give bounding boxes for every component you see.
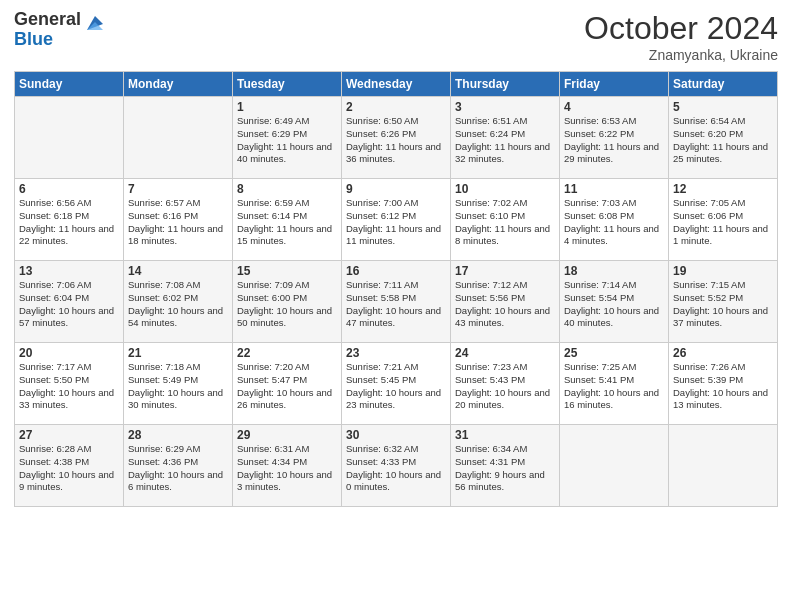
location-subtitle: Znamyanka, Ukraine [584,47,778,63]
week-row-3: 13Sunrise: 7:06 AM Sunset: 6:04 PM Dayli… [15,261,778,343]
calendar-cell: 8Sunrise: 6:59 AM Sunset: 6:14 PM Daylig… [233,179,342,261]
calendar-cell: 24Sunrise: 7:23 AM Sunset: 5:43 PM Dayli… [451,343,560,425]
day-number: 30 [346,428,446,442]
day-info: Sunrise: 7:18 AM Sunset: 5:49 PM Dayligh… [128,361,226,410]
day-info: Sunrise: 6:34 AM Sunset: 4:31 PM Dayligh… [455,443,547,492]
calendar-cell [124,97,233,179]
day-number: 8 [237,182,337,196]
day-number: 1 [237,100,337,114]
calendar-cell: 2Sunrise: 6:50 AM Sunset: 6:26 PM Daylig… [342,97,451,179]
calendar-cell: 29Sunrise: 6:31 AM Sunset: 4:34 PM Dayli… [233,425,342,507]
day-number: 10 [455,182,555,196]
day-number: 15 [237,264,337,278]
day-number: 5 [673,100,773,114]
day-number: 24 [455,346,555,360]
day-info: Sunrise: 6:57 AM Sunset: 6:16 PM Dayligh… [128,197,226,246]
day-info: Sunrise: 7:03 AM Sunset: 6:08 PM Dayligh… [564,197,662,246]
day-info: Sunrise: 6:54 AM Sunset: 6:20 PM Dayligh… [673,115,771,164]
day-info: Sunrise: 6:28 AM Sunset: 4:38 PM Dayligh… [19,443,117,492]
day-info: Sunrise: 6:59 AM Sunset: 6:14 PM Dayligh… [237,197,335,246]
day-number: 11 [564,182,664,196]
day-number: 29 [237,428,337,442]
col-header-sunday: Sunday [15,72,124,97]
day-info: Sunrise: 6:51 AM Sunset: 6:24 PM Dayligh… [455,115,553,164]
day-info: Sunrise: 7:26 AM Sunset: 5:39 PM Dayligh… [673,361,771,410]
calendar-cell: 19Sunrise: 7:15 AM Sunset: 5:52 PM Dayli… [669,261,778,343]
day-info: Sunrise: 7:14 AM Sunset: 5:54 PM Dayligh… [564,279,662,328]
day-info: Sunrise: 6:49 AM Sunset: 6:29 PM Dayligh… [237,115,335,164]
day-info: Sunrise: 6:29 AM Sunset: 4:36 PM Dayligh… [128,443,226,492]
col-header-monday: Monday [124,72,233,97]
day-info: Sunrise: 7:12 AM Sunset: 5:56 PM Dayligh… [455,279,553,328]
calendar-cell: 1Sunrise: 6:49 AM Sunset: 6:29 PM Daylig… [233,97,342,179]
calendar-cell: 7Sunrise: 6:57 AM Sunset: 6:16 PM Daylig… [124,179,233,261]
day-info: Sunrise: 7:15 AM Sunset: 5:52 PM Dayligh… [673,279,771,328]
calendar-cell: 17Sunrise: 7:12 AM Sunset: 5:56 PM Dayli… [451,261,560,343]
title-block: October 2024 Znamyanka, Ukraine [584,10,778,63]
day-number: 6 [19,182,119,196]
day-info: Sunrise: 7:11 AM Sunset: 5:58 PM Dayligh… [346,279,444,328]
day-number: 18 [564,264,664,278]
page-header: General Blue October 2024 Znamyanka, Ukr… [14,10,778,63]
day-number: 28 [128,428,228,442]
calendar-table: SundayMondayTuesdayWednesdayThursdayFrid… [14,71,778,507]
day-info: Sunrise: 6:31 AM Sunset: 4:34 PM Dayligh… [237,443,335,492]
calendar-cell: 12Sunrise: 7:05 AM Sunset: 6:06 PM Dayli… [669,179,778,261]
day-info: Sunrise: 6:53 AM Sunset: 6:22 PM Dayligh… [564,115,662,164]
calendar-cell: 18Sunrise: 7:14 AM Sunset: 5:54 PM Dayli… [560,261,669,343]
day-info: Sunrise: 6:56 AM Sunset: 6:18 PM Dayligh… [19,197,117,246]
calendar-cell: 13Sunrise: 7:06 AM Sunset: 6:04 PM Dayli… [15,261,124,343]
day-number: 19 [673,264,773,278]
day-info: Sunrise: 7:17 AM Sunset: 5:50 PM Dayligh… [19,361,117,410]
day-number: 13 [19,264,119,278]
day-info: Sunrise: 7:00 AM Sunset: 6:12 PM Dayligh… [346,197,444,246]
day-number: 31 [455,428,555,442]
day-number: 16 [346,264,446,278]
day-number: 17 [455,264,555,278]
day-number: 7 [128,182,228,196]
day-info: Sunrise: 7:21 AM Sunset: 5:45 PM Dayligh… [346,361,444,410]
calendar-cell: 10Sunrise: 7:02 AM Sunset: 6:10 PM Dayli… [451,179,560,261]
calendar-cell: 23Sunrise: 7:21 AM Sunset: 5:45 PM Dayli… [342,343,451,425]
calendar-cell: 25Sunrise: 7:25 AM Sunset: 5:41 PM Dayli… [560,343,669,425]
logo-blue-text: Blue [14,30,81,50]
day-number: 9 [346,182,446,196]
week-row-4: 20Sunrise: 7:17 AM Sunset: 5:50 PM Dayli… [15,343,778,425]
week-row-2: 6Sunrise: 6:56 AM Sunset: 6:18 PM Daylig… [15,179,778,261]
day-number: 23 [346,346,446,360]
col-header-thursday: Thursday [451,72,560,97]
day-number: 21 [128,346,228,360]
week-row-1: 1Sunrise: 6:49 AM Sunset: 6:29 PM Daylig… [15,97,778,179]
calendar-cell: 16Sunrise: 7:11 AM Sunset: 5:58 PM Dayli… [342,261,451,343]
logo-general-text: General [14,10,81,30]
day-info: Sunrise: 7:09 AM Sunset: 6:00 PM Dayligh… [237,279,335,328]
calendar-cell: 31Sunrise: 6:34 AM Sunset: 4:31 PM Dayli… [451,425,560,507]
day-info: Sunrise: 7:23 AM Sunset: 5:43 PM Dayligh… [455,361,553,410]
day-info: Sunrise: 7:05 AM Sunset: 6:06 PM Dayligh… [673,197,771,246]
calendar-cell [15,97,124,179]
calendar-cell [669,425,778,507]
day-info: Sunrise: 6:32 AM Sunset: 4:33 PM Dayligh… [346,443,444,492]
calendar-cell: 26Sunrise: 7:26 AM Sunset: 5:39 PM Dayli… [669,343,778,425]
calendar-cell: 5Sunrise: 6:54 AM Sunset: 6:20 PM Daylig… [669,97,778,179]
col-header-friday: Friday [560,72,669,97]
day-number: 4 [564,100,664,114]
calendar-cell: 14Sunrise: 7:08 AM Sunset: 6:02 PM Dayli… [124,261,233,343]
day-info: Sunrise: 7:20 AM Sunset: 5:47 PM Dayligh… [237,361,335,410]
calendar-cell: 11Sunrise: 7:03 AM Sunset: 6:08 PM Dayli… [560,179,669,261]
calendar-cell: 15Sunrise: 7:09 AM Sunset: 6:00 PM Dayli… [233,261,342,343]
day-number: 3 [455,100,555,114]
calendar-cell: 20Sunrise: 7:17 AM Sunset: 5:50 PM Dayli… [15,343,124,425]
day-info: Sunrise: 7:02 AM Sunset: 6:10 PM Dayligh… [455,197,553,246]
week-row-5: 27Sunrise: 6:28 AM Sunset: 4:38 PM Dayli… [15,425,778,507]
day-info: Sunrise: 7:25 AM Sunset: 5:41 PM Dayligh… [564,361,662,410]
day-number: 12 [673,182,773,196]
day-number: 26 [673,346,773,360]
day-number: 14 [128,264,228,278]
day-info: Sunrise: 7:08 AM Sunset: 6:02 PM Dayligh… [128,279,226,328]
day-number: 27 [19,428,119,442]
day-number: 2 [346,100,446,114]
calendar-cell: 3Sunrise: 6:51 AM Sunset: 6:24 PM Daylig… [451,97,560,179]
calendar-cell: 22Sunrise: 7:20 AM Sunset: 5:47 PM Dayli… [233,343,342,425]
logo: General Blue [14,10,105,50]
